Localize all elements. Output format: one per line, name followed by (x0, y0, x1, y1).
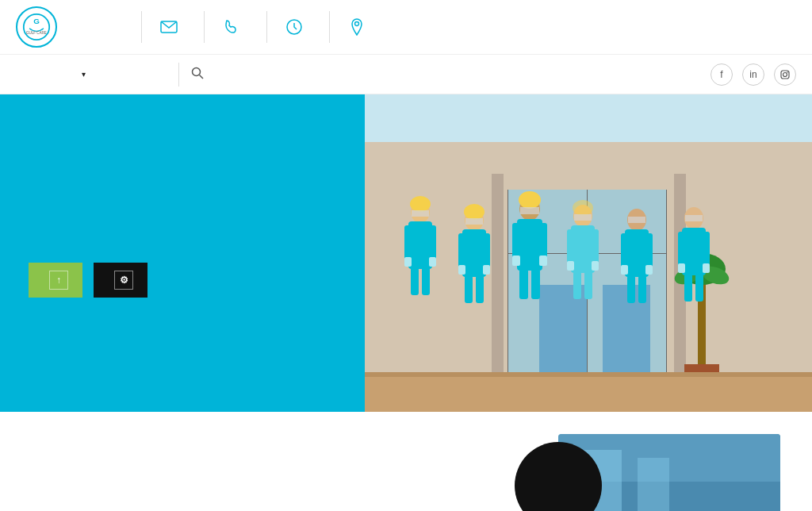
location-icon (344, 14, 370, 40)
svg-rect-63 (584, 271, 592, 299)
email-info[interactable] (156, 14, 190, 40)
svg-rect-37 (412, 210, 429, 217)
svg-rect-85 (685, 215, 703, 221)
svg-rect-79 (678, 232, 684, 267)
svg-rect-61 (592, 229, 599, 265)
social-links: f in (710, 63, 796, 86)
divider-4 (329, 11, 330, 43)
svg-rect-45 (483, 265, 490, 275)
svg-rect-49 (517, 219, 542, 271)
logo-circle: G GULF CARE (16, 6, 57, 48)
svg-rect-62 (573, 271, 581, 299)
hero-image (365, 94, 812, 412)
svg-rect-55 (539, 256, 547, 266)
hero-left-panel: ↑ ⚙ (0, 94, 365, 412)
svg-rect-72 (627, 275, 635, 303)
mail-icon (156, 14, 182, 40)
svg-rect-87 (365, 372, 812, 377)
hero-right-panel (365, 94, 812, 412)
svg-rect-67 (574, 214, 592, 221)
svg-rect-34 (404, 257, 412, 267)
services-button[interactable]: ⚙ (94, 263, 147, 298)
divider-2 (204, 11, 205, 43)
svg-rect-60 (567, 229, 573, 265)
svg-rect-52 (519, 269, 528, 299)
below-hero-left (32, 434, 534, 444)
hours-info (282, 14, 315, 40)
svg-point-10 (787, 71, 788, 73)
svg-rect-43 (476, 275, 484, 303)
nav-home[interactable] (16, 55, 41, 94)
svg-text:GULF CARE: GULF CARE (26, 31, 47, 35)
divider-1 (141, 11, 142, 43)
svg-rect-64 (567, 261, 574, 271)
svg-rect-31 (430, 225, 436, 261)
services-arrow-icon: ▾ (82, 70, 86, 79)
svg-rect-86 (365, 376, 812, 412)
about-btn-icon: ↑ (49, 271, 68, 290)
svg-rect-70 (621, 233, 627, 269)
svg-rect-76 (628, 217, 645, 223)
nav-clients[interactable] (98, 55, 124, 94)
services-btn-icon: ⚙ (114, 271, 133, 290)
svg-rect-69 (625, 229, 649, 277)
svg-rect-32 (411, 267, 419, 295)
svg-rect-78 (682, 228, 706, 275)
svg-rect-33 (422, 267, 430, 295)
phone-info[interactable] (219, 14, 252, 40)
about-us-button[interactable]: ↑ (29, 263, 82, 298)
svg-rect-73 (638, 275, 646, 303)
location-info (344, 14, 377, 40)
svg-rect-47 (465, 218, 483, 225)
svg-rect-40 (458, 233, 465, 269)
svg-rect-83 (678, 263, 685, 273)
svg-point-46 (464, 204, 485, 220)
svg-rect-53 (531, 269, 540, 299)
svg-point-66 (573, 200, 593, 216)
logo[interactable]: G GULF CARE (16, 6, 127, 48)
clock-icon (282, 14, 307, 40)
nav-appointment[interactable] (149, 55, 174, 94)
svg-rect-82 (695, 274, 703, 302)
svg-rect-57 (520, 207, 539, 214)
nav-contact[interactable] (124, 55, 149, 94)
svg-rect-39 (462, 229, 486, 277)
hero-buttons: ↑ ⚙ (29, 263, 336, 298)
main-nav: ▾ f in (0, 55, 812, 94)
nav-divider (178, 63, 179, 86)
svg-rect-29 (408, 221, 432, 269)
divider-3 (266, 11, 267, 43)
svg-rect-54 (512, 256, 520, 266)
nav-services[interactable]: ▾ (67, 55, 98, 94)
instagram-icon[interactable] (774, 63, 796, 86)
svg-point-56 (519, 191, 541, 209)
facebook-icon[interactable]: f (710, 63, 733, 86)
svg-rect-84 (703, 263, 710, 273)
top-bar: G GULF CARE (0, 0, 812, 55)
svg-rect-71 (646, 233, 653, 269)
svg-rect-81 (684, 274, 692, 302)
svg-point-9 (783, 72, 787, 76)
svg-rect-75 (645, 265, 653, 275)
svg-rect-59 (571, 225, 595, 273)
nav-links: ▾ (16, 55, 703, 94)
svg-rect-44 (458, 265, 465, 275)
svg-rect-65 (592, 261, 599, 271)
svg-rect-30 (404, 225, 411, 261)
counter-and-image (558, 434, 780, 511)
svg-rect-91 (638, 458, 669, 511)
svg-rect-35 (429, 257, 436, 267)
search-icon[interactable] (183, 67, 212, 83)
svg-rect-74 (621, 265, 628, 275)
svg-line-7 (200, 75, 204, 79)
svg-point-6 (193, 67, 201, 75)
linkedin-icon[interactable]: in (742, 63, 764, 86)
svg-rect-80 (703, 232, 710, 267)
hero-section: ↑ ⚙ (0, 94, 812, 412)
svg-text:G: G (33, 17, 40, 25)
svg-point-36 (410, 196, 431, 212)
svg-rect-42 (465, 275, 473, 303)
phone-icon (219, 14, 244, 40)
nav-about[interactable] (41, 55, 67, 94)
svg-point-5 (355, 22, 359, 26)
